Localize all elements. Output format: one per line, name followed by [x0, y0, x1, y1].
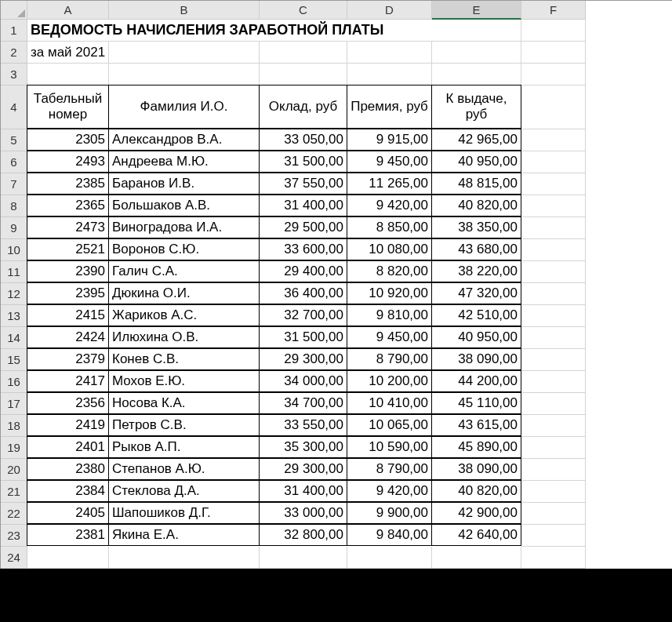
cell-salary-19[interactable]: 35 300,00 [259, 436, 347, 458]
cell-D2[interactable] [347, 42, 432, 64]
cell-F16[interactable] [521, 371, 586, 393]
cell-name-19[interactable]: Рыков А.П. [108, 436, 260, 458]
cell-F15[interactable] [521, 349, 586, 371]
cell-F21[interactable] [521, 481, 586, 503]
row-header-8[interactable]: 8 [1, 195, 27, 217]
cell-name-8[interactable]: Большаков А.В. [108, 195, 260, 216]
cell-total-22[interactable]: 42 900,00 [431, 502, 521, 524]
column-header-B[interactable]: B [109, 1, 260, 20]
cell-total-17[interactable]: 45 110,00 [431, 392, 521, 414]
header-tab[interactable]: Табельный номер [27, 85, 109, 129]
cell-salary-7[interactable]: 37 550,00 [259, 173, 347, 195]
cell-total-10[interactable]: 43 680,00 [431, 238, 521, 260]
cell-salary-12[interactable]: 36 400,00 [259, 282, 347, 304]
cell-total-23[interactable]: 42 640,00 [431, 524, 521, 546]
cell-bonus-7[interactable]: 11 265,00 [347, 173, 432, 195]
cell-salary-22[interactable]: 33 000,00 [259, 502, 347, 524]
row-header-7[interactable]: 7 [1, 173, 27, 195]
cell-blank24-4[interactable] [432, 547, 521, 569]
row-header-15[interactable]: 15 [1, 349, 27, 371]
cell-salary-9[interactable]: 29 500,00 [259, 216, 347, 238]
cell-F12[interactable] [521, 283, 586, 305]
column-header-F[interactable]: F [521, 1, 586, 20]
cell-salary-14[interactable]: 31 500,00 [259, 326, 347, 348]
cell-F2[interactable] [521, 42, 586, 64]
cell-bonus-14[interactable]: 9 450,00 [347, 326, 432, 348]
cell-salary-10[interactable]: 33 600,00 [259, 238, 347, 260]
cell-total-6[interactable]: 40 950,00 [431, 151, 521, 173]
cell-F20[interactable] [521, 459, 586, 481]
cell-tab-16[interactable]: 2417 [27, 370, 109, 392]
row-header-2[interactable]: 2 [1, 42, 27, 64]
cell-blank24-0[interactable] [27, 547, 109, 569]
row-header-10[interactable]: 10 [1, 239, 27, 261]
cell-tab-9[interactable]: 2473 [27, 216, 109, 238]
cell-total-16[interactable]: 44 200,00 [431, 370, 521, 392]
cell-salary-16[interactable]: 34 000,00 [259, 370, 347, 392]
cell-bonus-17[interactable]: 10 410,00 [347, 392, 432, 414]
header-total[interactable]: К выдаче, руб [431, 85, 521, 129]
cell-tab-10[interactable]: 2521 [27, 238, 109, 260]
cell-total-18[interactable]: 43 615,00 [431, 414, 521, 436]
cell-total-19[interactable]: 45 890,00 [431, 436, 521, 458]
cell-tab-13[interactable]: 2415 [27, 304, 109, 326]
cell-blank3-0[interactable] [27, 64, 109, 85]
cell-blank3-3[interactable] [347, 64, 432, 85]
cell-F9[interactable] [521, 217, 586, 239]
row-header-9[interactable]: 9 [1, 217, 27, 239]
cell-tab-11[interactable]: 2390 [27, 260, 109, 282]
cell-tab-22[interactable]: 2405 [27, 502, 109, 524]
cell-tab-21[interactable]: 2384 [27, 480, 109, 502]
cell-total-9[interactable]: 38 350,00 [431, 216, 521, 238]
cell-tab-12[interactable]: 2395 [27, 282, 109, 304]
row-header-19[interactable]: 19 [1, 437, 27, 459]
cell-F19[interactable] [521, 437, 586, 459]
spreadsheet[interactable]: ABCDEF1ВЕДОМОСТЬ НАЧИСЛЕНИЯ ЗАРАБОТНОЙ П… [0, 0, 672, 569]
row-header-1[interactable]: 1 [1, 20, 27, 42]
cell-tab-20[interactable]: 2380 [27, 458, 109, 480]
row-header-16[interactable]: 16 [1, 371, 27, 393]
row-header-5[interactable]: 5 [1, 129, 27, 151]
row-header-23[interactable]: 23 [1, 525, 27, 547]
column-header-D[interactable]: D [347, 1, 432, 20]
cell-tab-23[interactable]: 2381 [27, 524, 109, 546]
cell-bonus-18[interactable]: 10 065,00 [347, 414, 432, 436]
cell-name-14[interactable]: Илюхина О.В. [108, 326, 260, 348]
cell-name-17[interactable]: Носова К.А. [108, 392, 260, 414]
cell-F4[interactable] [521, 85, 586, 129]
cell-total-20[interactable]: 38 090,00 [431, 458, 521, 480]
cell-B2[interactable] [109, 42, 260, 64]
cell-F7[interactable] [521, 173, 586, 195]
cell-blank3-5[interactable] [521, 64, 586, 85]
cell-name-6[interactable]: Андреева М.Ю. [108, 151, 260, 173]
cell-tab-19[interactable]: 2401 [27, 436, 109, 458]
cell-bonus-13[interactable]: 9 810,00 [347, 304, 432, 326]
cell-total-12[interactable]: 47 320,00 [431, 282, 521, 304]
cell-salary-15[interactable]: 29 300,00 [259, 348, 347, 370]
cell-total-5[interactable]: 42 965,00 [431, 129, 521, 151]
cell-name-23[interactable]: Якина Е.А. [108, 524, 260, 546]
row-header-3[interactable]: 3 [1, 64, 27, 85]
cell-F11[interactable] [521, 261, 586, 283]
cell-blank3-2[interactable] [260, 64, 347, 85]
cell-F6[interactable] [521, 151, 586, 173]
cell-name-11[interactable]: Галич С.А. [108, 260, 260, 282]
cell-name-21[interactable]: Стеклова Д.А. [108, 480, 260, 502]
cell-F1[interactable] [521, 20, 586, 42]
row-header-12[interactable]: 12 [1, 283, 27, 305]
cell-total-11[interactable]: 38 220,00 [431, 260, 521, 282]
cell-blank3-4[interactable] [432, 64, 521, 85]
row-header-6[interactable]: 6 [1, 151, 27, 173]
cell-salary-20[interactable]: 29 300,00 [259, 458, 347, 480]
cell-tab-17[interactable]: 2356 [27, 392, 109, 414]
title-cell[interactable]: ВЕДОМОСТЬ НАЧИСЛЕНИЯ ЗАРАБОТНОЙ ПЛАТЫ [27, 20, 521, 42]
row-header-21[interactable]: 21 [1, 481, 27, 503]
header-salary[interactable]: Оклад, руб [259, 85, 347, 129]
cell-name-10[interactable]: Воронов С.Ю. [108, 238, 260, 260]
cell-F18[interactable] [521, 415, 586, 437]
row-header-22[interactable]: 22 [1, 503, 27, 525]
cell-tab-7[interactable]: 2385 [27, 173, 109, 195]
row-header-24[interactable]: 24 [1, 547, 27, 569]
cell-blank24-5[interactable] [521, 547, 586, 569]
cell-tab-5[interactable]: 2305 [27, 129, 109, 151]
